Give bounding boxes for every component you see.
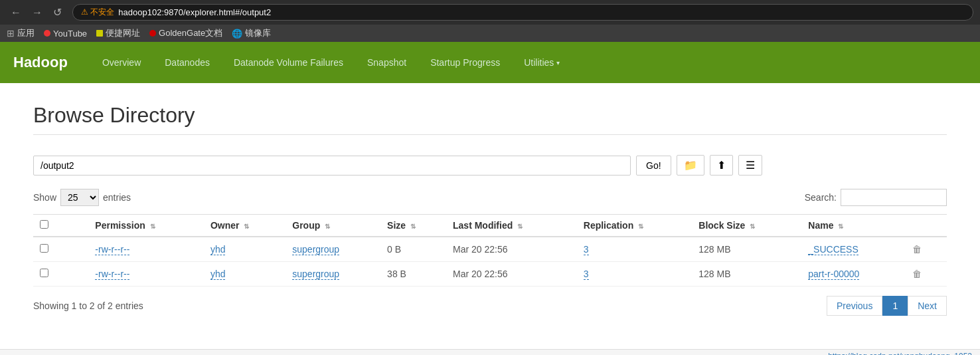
row1-owner-link[interactable]: yhd xyxy=(210,244,226,255)
table-controls: Show 10 25 50 100 entries Search: xyxy=(33,189,947,206)
owner-sort-icon: ⇅ xyxy=(244,223,249,230)
directory-table: Permission ⇅ Owner ⇅ Group ⇅ Size ⇅ Last… xyxy=(33,214,947,287)
status-bar: https://blog.csdn.net/yanghudaong_1952 xyxy=(0,349,980,355)
nav-startup-progress[interactable]: Startup Progress xyxy=(418,43,512,82)
bookmark-goldengate[interactable]: GoldenGate文档 xyxy=(149,27,222,39)
size-sort-icon: ⇅ xyxy=(410,223,416,230)
col-permission[interactable]: Permission ⇅ xyxy=(88,215,204,237)
col-group[interactable]: Group ⇅ xyxy=(286,215,380,237)
row1-last-modified: Mar 20 22:56 xyxy=(446,237,577,262)
folder-icon-button[interactable]: 📁 xyxy=(677,155,704,176)
entries-select[interactable]: 10 25 50 100 xyxy=(60,189,99,206)
bookmark-apps[interactable]: ⊞ 应用 xyxy=(7,27,35,39)
row1-group-link[interactable]: supergroup xyxy=(292,244,339,255)
bookmark-apps-label: 应用 xyxy=(17,27,35,39)
row2-size: 38 B xyxy=(380,262,446,287)
row2-name: part-r-00000 xyxy=(801,262,903,287)
bookmark-mirror-label: 镜像库 xyxy=(245,27,271,39)
row2-owner-link[interactable]: yhd xyxy=(210,269,226,280)
row2-group-link[interactable]: supergroup xyxy=(292,269,339,280)
last-modified-sort-icon: ⇅ xyxy=(517,223,523,230)
showing-text: Showing 1 to 2 of 2 entries xyxy=(33,300,143,311)
row2-block-size: 128 MB xyxy=(692,262,801,287)
row1-sort-cell xyxy=(68,237,88,262)
quicklinks-icon xyxy=(96,30,103,37)
row1-permission-link[interactable]: -rw-r--r-- xyxy=(95,244,129,255)
col-actions xyxy=(903,215,947,237)
path-input[interactable] xyxy=(33,156,631,176)
address-bar[interactable]: ⚠ 不安全 hadoop102:9870/explorer.html#/outp… xyxy=(72,4,973,21)
row1-checkbox-cell xyxy=(33,237,68,262)
row2-replication: 3 xyxy=(577,262,693,287)
bookmark-mirror[interactable]: 🌐 镜像库 xyxy=(232,27,271,39)
col-size[interactable]: Size ⇅ xyxy=(380,215,446,237)
nav-datanode-volume-failures[interactable]: Datanode Volume Failures xyxy=(222,43,355,82)
search-input[interactable] xyxy=(841,189,947,206)
back-button[interactable]: ← xyxy=(7,5,25,20)
select-all-checkbox[interactable] xyxy=(40,220,48,229)
row1-size: 0 B xyxy=(380,237,446,262)
row2-permission: -rw-r--r-- xyxy=(88,262,204,287)
status-url: https://blog.csdn.net/yanghudaong_1952 xyxy=(828,352,972,355)
row2-delete-cell: 🗑 xyxy=(903,262,947,287)
bookmark-youtube[interactable]: YouTube xyxy=(44,29,87,39)
group-sort-icon: ⇅ xyxy=(325,223,330,230)
folder-icon: 📁 xyxy=(684,160,697,171)
go-button[interactable]: Go! xyxy=(636,156,671,176)
row1-checkbox[interactable] xyxy=(40,244,48,253)
navbar-brand: Hadoop xyxy=(13,42,84,83)
browser-chrome: ← → ↺ ⚠ 不安全 hadoop102:9870/explorer.html… xyxy=(0,0,980,25)
col-owner[interactable]: Owner ⇅ xyxy=(204,215,286,237)
nav-utilities-label: Utilities xyxy=(524,57,554,68)
row1-block-size: 128 MB xyxy=(692,237,801,262)
row1-replication-link[interactable]: 3 xyxy=(584,244,589,255)
security-warning: ⚠ 不安全 xyxy=(81,7,114,18)
nav-datanodes[interactable]: Datanodes xyxy=(153,43,222,82)
youtube-icon xyxy=(44,30,50,37)
row1-replication: 3 xyxy=(577,237,693,262)
col-last-modified[interactable]: Last Modified ⇅ xyxy=(446,215,577,237)
goldengate-icon xyxy=(149,30,156,37)
pagination-buttons: Previous 1 Next xyxy=(827,296,947,316)
row2-checkbox[interactable] xyxy=(40,269,48,277)
col-name[interactable]: Name ⇅ xyxy=(801,215,903,237)
bookmarks-bar: ⊞ 应用 YouTube 便捷网址 GoldenGate文档 🌐 镜像库 xyxy=(0,25,980,42)
row1-name-link[interactable]: _SUCCESS xyxy=(808,244,858,255)
entries-label: entries xyxy=(103,192,131,203)
chevron-down-icon: ▾ xyxy=(556,59,560,66)
row1-delete-button[interactable]: 🗑 xyxy=(910,243,924,256)
bookmark-youtube-label: YouTube xyxy=(53,29,87,39)
bookmark-quicklinks[interactable]: 便捷网址 xyxy=(96,27,140,39)
name-sort-icon: ⇅ xyxy=(838,223,843,230)
col-block-size[interactable]: Block Size ⇅ xyxy=(692,215,801,237)
row2-permission-link[interactable]: -rw-r--r-- xyxy=(95,269,129,280)
nav-overview[interactable]: Overview xyxy=(90,43,153,82)
apps-icon: ⊞ xyxy=(7,28,15,39)
col-sort xyxy=(68,215,88,237)
mirror-icon: 🌐 xyxy=(232,29,242,39)
block-size-sort-icon: ⇅ xyxy=(750,223,755,230)
bookmark-quicklinks-label: 便捷网址 xyxy=(106,27,140,39)
nav-snapshot[interactable]: Snapshot xyxy=(355,43,418,82)
current-page-button[interactable]: 1 xyxy=(882,296,908,316)
row2-replication-link[interactable]: 3 xyxy=(584,269,589,280)
show-label: Show xyxy=(33,192,56,203)
col-checkbox xyxy=(33,215,68,237)
nav-utilities[interactable]: Utilities ▾ xyxy=(512,43,572,82)
forward-button[interactable]: → xyxy=(28,5,46,20)
reload-button[interactable]: ↺ xyxy=(49,5,66,20)
pagination-area: Showing 1 to 2 of 2 entries Previous 1 N… xyxy=(33,296,947,316)
row2-name-link[interactable]: part-r-00000 xyxy=(808,269,859,280)
search-label: Search: xyxy=(805,192,837,203)
upload-icon-button[interactable]: ⬆ xyxy=(710,155,733,176)
path-bar: Go! 📁 ⬆ ☰ xyxy=(33,155,947,176)
next-button[interactable]: Next xyxy=(908,296,947,316)
row2-delete-button[interactable]: 🗑 xyxy=(910,267,924,281)
previous-button[interactable]: Previous xyxy=(827,296,882,316)
col-replication[interactable]: Replication ⇅ xyxy=(577,215,693,237)
show-entries: Show 10 25 50 100 entries xyxy=(33,189,131,206)
row1-group: supergroup xyxy=(286,237,380,262)
page-title: Browse Directory xyxy=(33,103,947,135)
list-icon-button[interactable]: ☰ xyxy=(738,155,762,176)
permission-sort-icon: ⇅ xyxy=(150,223,155,230)
